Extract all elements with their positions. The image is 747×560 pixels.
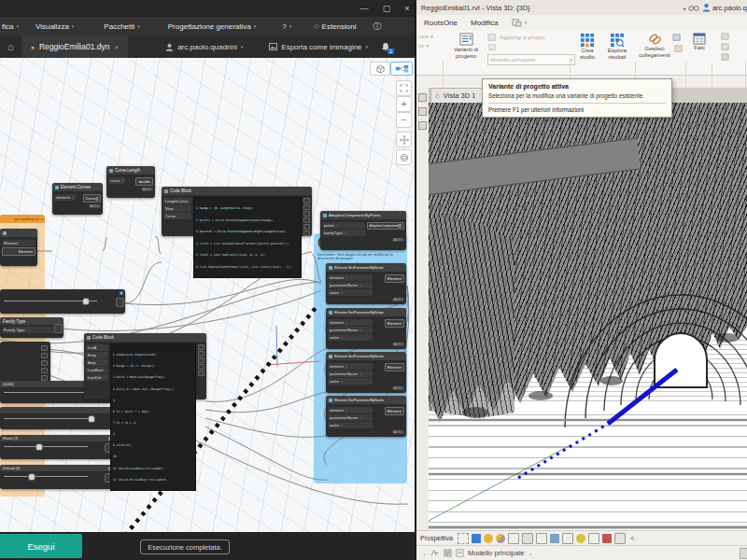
output-port[interactable]	[41, 360, 48, 366]
output-port[interactable]	[303, 231, 310, 236]
input-port[interactable]: LengthCurve	[163, 198, 191, 204]
node-set-parameter-2[interactable]: Element.SetParameterByName element> para…	[326, 308, 406, 349]
input-port-parametername[interactable]: parameterName>	[328, 371, 373, 377]
crea-studio-button[interactable]: Crea studio	[574, 33, 600, 61]
node-family-type[interactable]: Family Type Family Type	[0, 317, 63, 338]
close-window-button[interactable]: ×	[398, 0, 416, 17]
ribbon-cut-button-1[interactable]: nate ▾	[418, 34, 433, 40]
input-port[interactable]: ListA	[86, 344, 108, 351]
varianti-di-progetto-button[interactable]: Varianti di progetto	[448, 33, 484, 60]
fasi-button[interactable]: Fasi	[689, 33, 710, 51]
show-crop-icon[interactable]	[536, 533, 547, 544]
output-port[interactable]	[198, 371, 204, 376]
design-option-doc-icon[interactable]	[456, 549, 464, 557]
output-port-element[interactable]: Element	[385, 363, 404, 371]
viewport-3d[interactable]	[429, 103, 747, 530]
output-port[interactable]: AdaptiveComponent[][]	[367, 222, 405, 230]
node-select-element[interactable]: Element Element	[0, 229, 37, 266]
input-port-element[interactable]: element>	[328, 407, 373, 413]
crop-view-icon[interactable]	[522, 533, 533, 544]
output-port[interactable]	[198, 364, 204, 370]
caret-down-icon[interactable]: ⌄	[528, 550, 532, 556]
slider-handle[interactable]	[35, 443, 43, 451]
unlocked-view-icon[interactable]	[550, 534, 559, 543]
export-image-button[interactable]: Esporta come immagine ▾	[269, 43, 368, 51]
info-icon[interactable]: ⓘ	[365, 17, 390, 35]
input-port-element[interactable]: element>	[54, 194, 76, 201]
node-set-parameter-4[interactable]: Element.SetParameterByName element> para…	[326, 396, 406, 437]
palette-icon[interactable]	[418, 93, 427, 102]
ribbon-cut-button-2[interactable]: ne ▾	[418, 43, 429, 49]
node-code-block-2[interactable]: Code Block ListA Freq Amp LowRest LowDef…	[84, 333, 206, 399]
analytical-model-icon[interactable]	[602, 534, 612, 543]
menu-modifica[interactable]: fica▾	[0, 17, 27, 35]
lacing-label[interactable]: AUTO	[392, 343, 404, 346]
tab-close-icon[interactable]: ×	[115, 43, 120, 51]
output-port[interactable]	[303, 224, 310, 230]
input-port[interactable]: Step	[163, 205, 191, 212]
status-design-option[interactable]: Modello principale	[468, 549, 524, 557]
dynamo-canvas[interactable]: per modificare la∧ OUTPUT Descrizione: <…	[0, 58, 415, 532]
palette-icon[interactable]	[418, 107, 427, 116]
slider-track[interactable]	[4, 418, 95, 419]
node-slider[interactable]	[0, 289, 125, 314]
input-port-parametername[interactable]: parameterName>	[328, 327, 373, 333]
output-port-element[interactable]: Element	[385, 274, 404, 283]
status-right-icon[interactable]	[740, 548, 747, 559]
node-set-parameter-1[interactable]: Element.SetParameterByName element> para…	[326, 263, 406, 304]
lacing-label[interactable]: AUTO	[89, 204, 101, 208]
input-port[interactable]: LowRest	[86, 367, 108, 373]
temporary-hide-icon[interactable]	[562, 533, 573, 544]
output-port[interactable]	[41, 345, 48, 351]
output-port[interactable]	[303, 217, 310, 223]
node-adaptive-component[interactable]: AdaptiveComponent.ByPoints points> famil…	[320, 211, 406, 250]
editable-only-icon[interactable]	[444, 549, 452, 557]
node-element-curves[interactable]: Element.Curves element> Curve[] AUTO	[52, 183, 103, 215]
minimize-button[interactable]: —	[355, 0, 374, 17]
geometry-view-toggle[interactable]	[370, 62, 390, 76]
node-curve-length[interactable]: Curve.Length curve> double AUTO	[106, 166, 155, 198]
run-button[interactable]: Esegui	[0, 534, 82, 558]
node-multi-output[interactable]	[0, 342, 50, 383]
search-binoculars-icon[interactable]	[688, 4, 699, 12]
slider-track[interactable]	[4, 446, 88, 447]
modify-icon[interactable]	[512, 19, 522, 27]
menu-help[interactable]: ?▾	[274, 17, 300, 35]
output-port[interactable]	[303, 198, 310, 203]
menu-estensioni[interactable]: ◇Estensioni	[305, 17, 364, 35]
lacing-label[interactable]: AUTO	[392, 298, 404, 301]
input-port-curve[interactable]: curve>	[108, 177, 125, 184]
lacing-label[interactable]: AUTO	[392, 386, 404, 390]
lacing-label[interactable]: AUTO	[141, 188, 153, 191]
zoom-fit-button[interactable]	[396, 80, 412, 96]
tab-rootsone[interactable]: RootsOne	[424, 19, 458, 27]
tab-modifica[interactable]: Modifica	[471, 19, 499, 27]
output-port[interactable]	[198, 357, 204, 363]
output-port-element[interactable]: Element	[385, 407, 404, 415]
menu-progettazione-generativa[interactable]: Progettazione generativa▾	[160, 17, 264, 35]
user-icon[interactable]	[702, 3, 711, 12]
caret-down-icon[interactable]: ▾	[525, 20, 528, 25]
node-code-block-1[interactable]: Code Block LengthCurve Step Curve 1 Rang…	[162, 187, 312, 236]
input-port-parametername[interactable]: parameterName>	[328, 414, 373, 421]
back-icon[interactable]: ◂	[683, 5, 685, 11]
slider-track[interactable]	[4, 392, 92, 393]
menu-visualizza[interactable]: Visualizza▾	[27, 17, 82, 35]
collapse-bar-icon[interactable]: <	[630, 534, 635, 542]
notifications-bell[interactable]: 1	[381, 42, 390, 52]
input-port[interactable]: Freq	[86, 352, 108, 358]
lacing-label[interactable]: AUTO	[392, 430, 404, 434]
input-port[interactable]: LowDef	[86, 374, 108, 381]
tab-reggioemilia01[interactable]: ● ReggioEmilia01.dyn ×	[21, 35, 129, 58]
input-port-value[interactable]: value>	[328, 378, 373, 385]
slider-track[interactable]	[4, 476, 88, 477]
output-port[interactable]	[41, 368, 48, 373]
input-port-parametername[interactable]: parameterName>	[328, 282, 373, 288]
input-port-element[interactable]: element>	[328, 319, 373, 326]
esplora-risultati-button[interactable]: Esplora risultati	[602, 33, 632, 61]
graph-view-toggle[interactable]	[390, 62, 413, 76]
slider-handle[interactable]	[28, 473, 35, 481]
palette-strip[interactable]	[416, 88, 430, 530]
maximize-button[interactable]: ▢	[377, 0, 396, 17]
aggiungi-a-gruppo-button[interactable]: Aggiungi a gruppo	[487, 34, 545, 42]
